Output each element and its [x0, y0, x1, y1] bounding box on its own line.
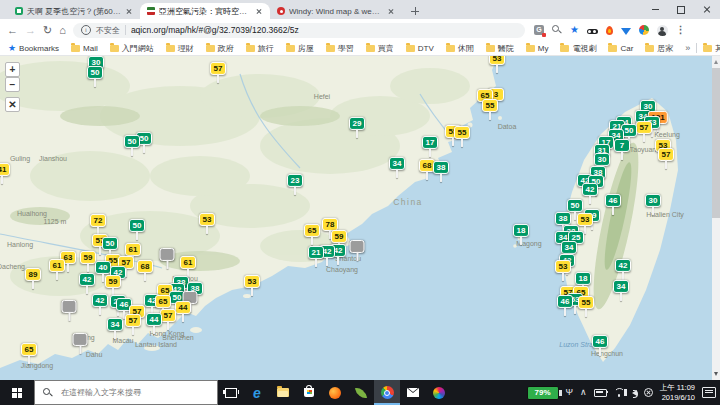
- start-button[interactable]: [0, 380, 34, 405]
- map-fullscreen-button[interactable]: ✕: [5, 97, 20, 112]
- aqi-marker-nodata[interactable]: [73, 333, 88, 346]
- home-button[interactable]: ⌂: [59, 25, 66, 36]
- scroll-down-arrow-icon[interactable]: [714, 372, 718, 376]
- bookmark-folder[interactable]: 醫院: [486, 43, 514, 54]
- aqi-marker[interactable]: 34: [107, 318, 123, 331]
- bookmarks-overflow-button[interactable]: »: [685, 43, 690, 53]
- aqi-marker[interactable]: 50: [87, 66, 103, 79]
- bookmark-folder[interactable]: 學習: [326, 43, 354, 54]
- aqi-marker[interactable]: 30: [645, 194, 661, 207]
- adblock-mask-extension-icon[interactable]: [587, 29, 598, 34]
- map-zoom-in-button[interactable]: +: [5, 62, 20, 77]
- tab-air-pollution-forum[interactable]: 天啊 夏季也空污？(第60頁) - 台: [8, 3, 140, 19]
- battery-icon[interactable]: [594, 389, 607, 397]
- back-button[interactable]: ←: [7, 25, 18, 36]
- url-text[interactable]: aqicn.org/map/hk/#@g/32.7039/120.3662/5z: [131, 25, 299, 35]
- bookmark-folder[interactable]: 旅行: [246, 43, 274, 54]
- window-maximize-button[interactable]: [668, 0, 694, 19]
- aqi-marker[interactable]: 61: [125, 243, 141, 256]
- taskbar-store-button[interactable]: [296, 380, 322, 405]
- taskbar-chrome-button[interactable]: [374, 380, 400, 405]
- bookmark-folder[interactable]: Mail: [71, 44, 98, 53]
- chrome-menu-icon[interactable]: ⋮: [676, 25, 686, 35]
- aqi-marker[interactable]: 55: [482, 99, 498, 112]
- scroll-up-arrow-icon[interactable]: [714, 60, 718, 64]
- taskbar-edge-button[interactable]: e: [244, 380, 270, 405]
- aqi-marker[interactable]: 50: [129, 219, 145, 232]
- bookmark-folder[interactable]: My: [526, 44, 549, 53]
- aqi-marker[interactable]: 42: [92, 294, 108, 307]
- aqi-marker-nodata[interactable]: [160, 248, 175, 261]
- aqi-marker[interactable]: 50: [124, 135, 140, 148]
- usb-icon[interactable]: Ψ: [566, 388, 574, 397]
- aqi-marker[interactable]: 55: [578, 296, 594, 309]
- aqi-marker[interactable]: 42: [615, 259, 631, 272]
- aqi-marker[interactable]: 61: [49, 259, 65, 272]
- bookmark-folder[interactable]: 休閒: [446, 43, 474, 54]
- aqi-marker[interactable]: 23: [287, 174, 303, 187]
- hidden-icons-chevron-icon[interactable]: ∧: [580, 388, 587, 397]
- aqi-marker[interactable]: 55: [454, 126, 470, 139]
- tab1-close-icon[interactable]: [125, 7, 133, 15]
- aqi-marker[interactable]: 53: [577, 213, 593, 226]
- taskbar-round-app-button[interactable]: [426, 380, 452, 405]
- bookmark-folder[interactable]: 電視劇: [560, 43, 596, 54]
- aqi-marker[interactable]: 50: [102, 237, 118, 250]
- aqi-marker[interactable]: 44: [175, 301, 191, 314]
- aqi-marker[interactable]: 34: [561, 241, 577, 254]
- aqi-marker[interactable]: 65: [21, 343, 37, 356]
- bookmark-folder[interactable]: DTV: [406, 44, 434, 53]
- aqicn-map-viewport[interactable]: GulingJianshouHuaihong1125 mHanlongDache…: [0, 56, 712, 380]
- aqi-marker[interactable]: 61: [180, 256, 196, 269]
- disconnected-x-icon[interactable]: [644, 388, 653, 397]
- download-arrow-extension-icon[interactable]: [621, 28, 631, 35]
- speaker-icon[interactable]: [632, 390, 637, 396]
- aqi-marker[interactable]: 53: [199, 213, 215, 226]
- bookmark-star-icon[interactable]: ★: [570, 25, 579, 35]
- tab-aqicn-map[interactable]: 亞洲空氣污染：實時空氣質量排: [140, 3, 270, 19]
- site-info-icon[interactable]: i: [81, 25, 91, 35]
- shield-extension-icon[interactable]: [639, 25, 649, 35]
- bookmark-folder[interactable]: 居家: [645, 43, 673, 54]
- tab3-close-icon[interactable]: [387, 7, 395, 15]
- bookmark-folder[interactable]: 買賣: [366, 43, 394, 54]
- tab-windy[interactable]: Windy: Wind map & weather f: [270, 3, 402, 19]
- aqi-marker[interactable]: 34: [389, 157, 405, 170]
- aqi-marker[interactable]: 57: [160, 309, 176, 322]
- aqi-marker[interactable]: 17: [422, 136, 438, 149]
- aqi-marker[interactable]: 89: [25, 268, 41, 281]
- taskbar-clock[interactable]: 上午 11:09 2019/6/10: [660, 383, 695, 403]
- aqi-marker[interactable]: 68: [137, 260, 153, 273]
- profile-avatar[interactable]: [657, 25, 668, 36]
- aqi-marker[interactable]: 40: [95, 261, 111, 274]
- flame-extension-icon[interactable]: [606, 26, 613, 35]
- aqi-marker[interactable]: 7: [614, 139, 630, 152]
- bookmark-folder[interactable]: 政府: [206, 43, 234, 54]
- aqi-marker[interactable]: 46: [592, 335, 608, 348]
- aqi-marker[interactable]: 42: [79, 273, 95, 286]
- aqi-marker[interactable]: 30: [594, 153, 610, 166]
- bookmark-root[interactable]: ★ Bookmarks: [8, 44, 59, 53]
- aqi-marker[interactable]: 46: [557, 295, 573, 308]
- aqi-marker[interactable]: 46: [605, 194, 621, 207]
- zoom-search-icon[interactable]: [552, 25, 562, 35]
- aqi-marker[interactable]: 59: [105, 275, 121, 288]
- taskbar-firefox-button[interactable]: [322, 380, 348, 405]
- aqi-marker[interactable]: 57: [636, 121, 652, 134]
- bookmark-folder[interactable]: 房屋: [286, 43, 314, 54]
- taskbar-leaf-app-button[interactable]: [348, 380, 374, 405]
- aqi-marker[interactable]: 53: [555, 260, 571, 273]
- translate-extension-icon[interactable]: G: [534, 25, 544, 35]
- aqi-marker[interactable]: 29: [349, 117, 365, 130]
- aqi-marker[interactable]: 59: [331, 230, 347, 243]
- taskbar-file-explorer-button[interactable]: [270, 380, 296, 405]
- aqi-marker[interactable]: 53: [244, 275, 260, 288]
- aqi-marker[interactable]: 38: [555, 212, 571, 225]
- taskbar-search-input[interactable]: [59, 387, 193, 398]
- aqi-marker[interactable]: 21: [308, 246, 324, 259]
- bookmark-folder[interactable]: 入門網站: [110, 43, 154, 54]
- aqi-marker[interactable]: 41: [0, 163, 10, 176]
- tab2-close-icon[interactable]: [255, 7, 263, 15]
- address-bar[interactable]: i 不安全 aqicn.org/map/hk/#@g/32.7039/120.3…: [73, 23, 525, 38]
- aqi-marker[interactable]: 18: [513, 224, 529, 237]
